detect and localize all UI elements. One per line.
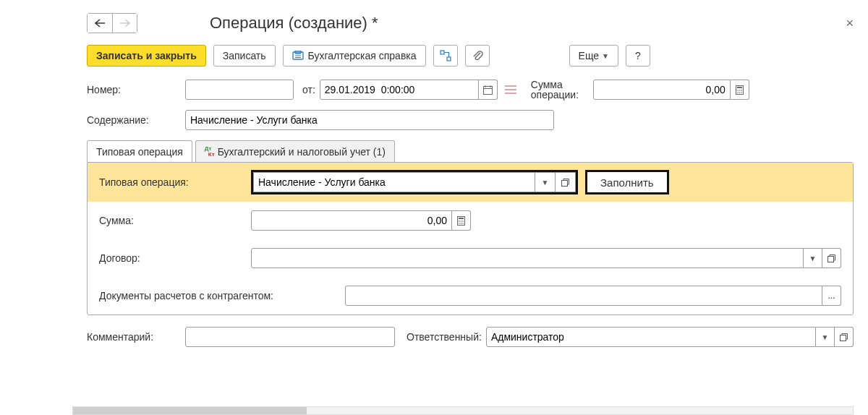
tabs-area: Типовая операция ДтКт Бухгалтерский и на… (87, 140, 854, 315)
svg-point-29 (462, 223, 464, 224)
dropdown-icon[interactable]: ▼ (535, 172, 556, 192)
svg-rect-14 (737, 87, 742, 88)
row-settlement-docs: Документы расчетов с контрагентом: ... (88, 277, 853, 315)
content-input[interactable] (185, 110, 554, 130)
row-number: Номер: от: Сумма операции: (87, 80, 854, 100)
toolbar: Записать и закрыть Записать Бухгалтерска… (87, 45, 854, 67)
sum-op-label: Сумма операции: (531, 80, 589, 100)
accounting-reference-button[interactable]: Бухгалтерская справка (283, 45, 426, 67)
structure-button[interactable] (433, 45, 458, 67)
save-and-close-button[interactable]: Записать и закрыть (87, 45, 206, 67)
svg-point-15 (737, 90, 739, 91)
calculator-icon[interactable] (731, 80, 749, 100)
svg-point-18 (737, 92, 739, 93)
number-input[interactable] (185, 80, 294, 100)
attach-button[interactable] (465, 45, 490, 67)
header-row: Операция (создание) * × (14, 13, 854, 33)
svg-rect-31 (841, 335, 846, 341)
tab-accounting-ledger[interactable]: ДтКт Бухгалтерский и налоговый учет (1) (195, 140, 395, 162)
row-contract: Договор: ▼ (88, 239, 853, 277)
close-icon[interactable]: × (846, 16, 854, 31)
contract-input[interactable] (251, 248, 804, 268)
open-icon-3[interactable] (835, 327, 854, 347)
dtkt-icon: ДтКт (205, 146, 215, 158)
more-label: Еще (579, 50, 600, 61)
svg-point-17 (741, 90, 742, 91)
tab-strip: Типовая операция ДтКт Бухгалтерский и на… (87, 140, 854, 162)
row-typical-operation: Типовая операция: ▼ Заполнить (88, 163, 853, 202)
settlement-docs-group: ... (345, 286, 841, 306)
ellipsis-icon[interactable]: ... (822, 286, 841, 306)
svg-rect-21 (562, 180, 568, 186)
content-label: Содержание: (87, 114, 181, 126)
save-button[interactable]: Записать (213, 45, 276, 67)
contract-label: Договор: (99, 252, 251, 264)
accounting-reference-label: Бухгалтерская справка (308, 50, 417, 61)
typical-op-group: ▼ (251, 170, 578, 194)
typical-op-label: Типовая операция: (99, 176, 251, 188)
tab-ledger-label: Бухгалтерский и налоговый учет (1) (218, 146, 386, 158)
settlement-docs-label: Документы расчетов с контрагентом: (99, 290, 345, 301)
open-icon[interactable] (556, 172, 576, 192)
row-content: Содержание: (87, 110, 854, 130)
sum-op-input[interactable] (593, 80, 731, 100)
tab-typical-label: Типовая операция (96, 146, 183, 158)
date-group (320, 80, 498, 100)
more-button[interactable]: Еще ▼ (569, 45, 618, 67)
list-icon[interactable] (505, 85, 516, 95)
svg-point-19 (739, 92, 740, 93)
fill-button[interactable]: Заполнить (585, 170, 669, 194)
comment-input[interactable] (185, 327, 395, 347)
number-label: Номер: (87, 84, 181, 95)
open-icon-2[interactable] (822, 248, 841, 268)
sum-group (251, 210, 471, 231)
nav-group (87, 13, 137, 33)
svg-rect-23 (459, 218, 464, 219)
from-label: от: (302, 84, 315, 95)
svg-point-20 (741, 92, 742, 93)
svg-point-28 (461, 223, 462, 224)
responsible-input[interactable] (486, 327, 816, 347)
tab-body: Типовая операция: ▼ Заполнить Сумма: Дог… (87, 162, 854, 315)
nav-forward-button[interactable] (112, 14, 137, 33)
svg-point-26 (462, 221, 464, 222)
svg-point-16 (739, 90, 740, 91)
svg-rect-6 (483, 86, 492, 94)
page-title: Операция (создание) * (210, 14, 378, 33)
svg-rect-5 (447, 57, 451, 61)
responsible-group: ▼ (486, 327, 854, 347)
svg-point-24 (459, 221, 460, 222)
row-sum: Сумма: (88, 202, 853, 239)
calculator-icon-2[interactable] (452, 210, 471, 231)
responsible-label: Ответственный: (407, 331, 482, 343)
sum-label: Сумма: (99, 215, 251, 226)
comment-label: Комментарий: (87, 331, 181, 343)
sum-input[interactable] (251, 210, 452, 231)
row-footer: Комментарий: Ответственный: ▼ (87, 327, 854, 347)
tab-typical-operation[interactable]: Типовая операция (87, 140, 192, 162)
nav-back-button[interactable] (88, 14, 112, 33)
svg-rect-30 (828, 256, 834, 262)
dropdown-icon-3[interactable]: ▼ (816, 327, 835, 347)
settlement-docs-input[interactable] (345, 286, 822, 306)
typical-op-input[interactable] (253, 172, 535, 192)
svg-rect-4 (441, 51, 444, 54)
svg-point-25 (461, 221, 462, 222)
calendar-icon[interactable] (479, 80, 498, 100)
dropdown-icon-2[interactable]: ▼ (804, 248, 822, 268)
svg-point-27 (459, 223, 460, 224)
contract-group: ▼ (251, 248, 841, 268)
sum-op-group (593, 80, 749, 100)
date-input[interactable] (320, 80, 479, 100)
help-button[interactable]: ? (626, 45, 650, 67)
